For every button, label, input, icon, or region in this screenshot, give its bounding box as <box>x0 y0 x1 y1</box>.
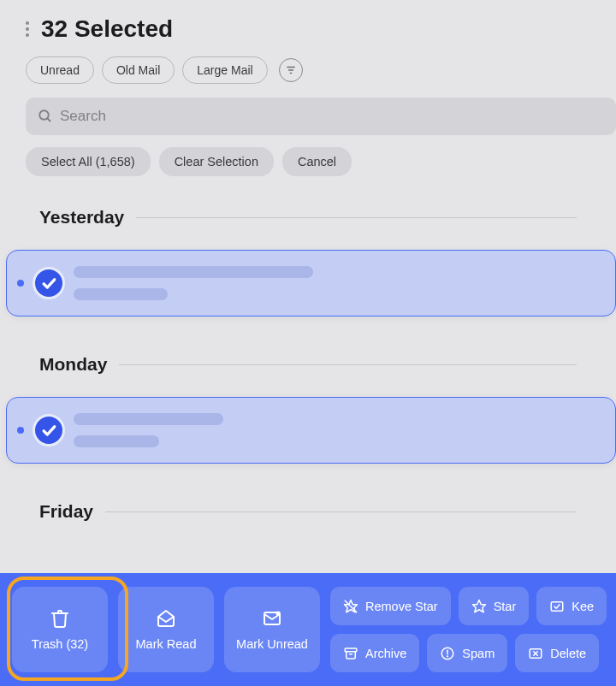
email-preview-placeholder <box>74 288 168 300</box>
keep-icon <box>549 599 565 614</box>
spam-button[interactable]: Spam <box>427 634 507 672</box>
mark-unread-label: Mark Unread <box>236 637 308 651</box>
svg-point-6 <box>276 612 281 616</box>
section-divider <box>119 364 577 365</box>
spam-icon <box>440 646 455 661</box>
action-toolbar: Trash (32) Mark Read Mark Unread Remove … <box>0 573 616 686</box>
search-input[interactable] <box>60 108 604 125</box>
mark-read-button[interactable]: Mark Read <box>118 587 214 672</box>
checkmark-icon <box>40 422 57 439</box>
section-divider <box>105 512 577 512</box>
archive-label: Archive <box>365 647 406 660</box>
svg-rect-11 <box>345 648 357 652</box>
keep-label: Kee <box>572 600 594 613</box>
checkmark-icon <box>40 275 57 292</box>
delete-label: Delete <box>550 647 586 660</box>
section-divider <box>136 217 577 218</box>
filter-icon <box>285 64 297 76</box>
page-title: 32 Selected <box>41 15 173 43</box>
unread-indicator-icon <box>17 427 24 434</box>
email-subject-placeholder <box>74 266 313 278</box>
section-title-yesterday: Yesterday <box>39 207 124 228</box>
delete-button[interactable]: Delete <box>515 634 599 672</box>
star-off-icon <box>343 599 358 614</box>
email-subject-placeholder <box>74 413 223 425</box>
spam-label: Spam <box>462 647 495 660</box>
filter-old-mail[interactable]: Old Mail <box>102 56 175 84</box>
mark-unread-button[interactable]: Mark Unread <box>224 587 320 672</box>
svg-marker-9 <box>472 600 485 612</box>
email-item[interactable] <box>6 250 616 316</box>
section-title-monday: Monday <box>39 354 107 375</box>
delete-icon <box>528 646 543 661</box>
select-all-button[interactable]: Select All (1,658) <box>26 147 151 176</box>
email-content <box>74 413 598 447</box>
selection-checkbox[interactable] <box>33 414 65 446</box>
unread-indicator-icon <box>17 280 24 287</box>
svg-point-3 <box>39 110 49 120</box>
svg-point-15 <box>447 656 448 657</box>
trash-button[interactable]: Trash (32) <box>12 587 108 672</box>
mail-open-icon <box>156 608 176 629</box>
selection-checkbox[interactable] <box>33 267 65 299</box>
star-button[interactable]: Star <box>459 587 530 625</box>
clear-selection-button[interactable]: Clear Selection <box>159 147 274 176</box>
svg-line-4 <box>47 118 50 121</box>
filter-large-mail[interactable]: Large Mail <box>182 56 267 84</box>
archive-icon <box>343 646 358 661</box>
email-preview-placeholder <box>74 435 159 447</box>
more-options-icon[interactable] <box>22 18 33 40</box>
search-bar[interactable] <box>26 98 616 135</box>
trash-icon <box>50 608 70 629</box>
keep-button[interactable]: Kee <box>536 587 607 625</box>
mail-icon <box>262 608 282 629</box>
email-content <box>74 266 598 300</box>
mark-read-label: Mark Read <box>136 637 197 651</box>
cancel-button[interactable]: Cancel <box>282 147 352 176</box>
filter-options-button[interactable] <box>279 58 303 82</box>
remove-star-button[interactable]: Remove Star <box>330 587 451 625</box>
section-title-friday: Friday <box>39 501 93 522</box>
star-label: Star <box>494 600 517 613</box>
filter-unread[interactable]: Unread <box>26 56 94 84</box>
trash-button-label: Trash (32) <box>32 637 88 651</box>
archive-button[interactable]: Archive <box>330 634 419 672</box>
svg-rect-10 <box>551 601 563 611</box>
star-icon <box>471 599 487 614</box>
search-icon <box>38 109 53 124</box>
remove-star-label: Remove Star <box>365 600 438 613</box>
email-item[interactable] <box>6 397 616 464</box>
